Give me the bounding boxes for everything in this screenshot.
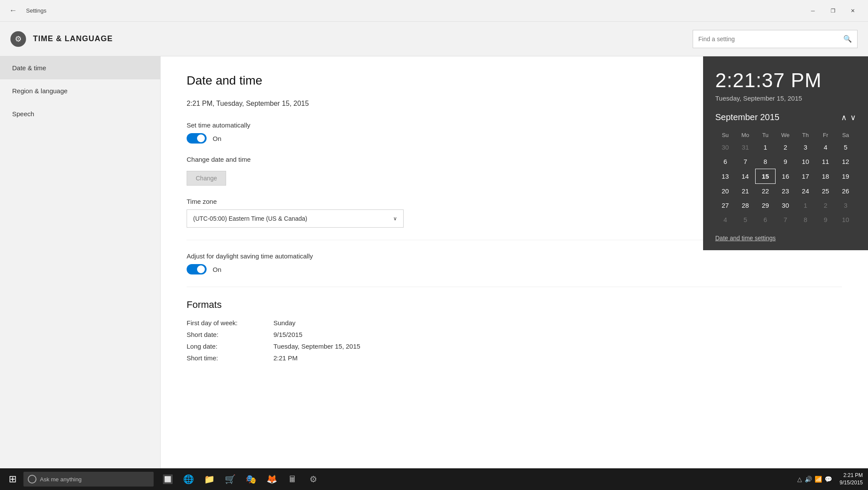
- format-row-0: First day of week: Sunday: [187, 319, 842, 327]
- minimize-button[interactable]: ─: [803, 0, 823, 22]
- taskbar-app-photos[interactable]: 🎭: [240, 468, 261, 490]
- tray-chevron-icon[interactable]: △: [797, 476, 802, 483]
- calendar-day[interactable]: 16: [776, 169, 796, 184]
- calendar-nav: ∧ ∨: [841, 113, 856, 122]
- taskbar-search-text: Ask me anything: [40, 476, 82, 483]
- timezone-value: (UTC-05:00) Eastern Time (US & Canada): [193, 215, 307, 222]
- calendar-day[interactable]: 9: [815, 212, 835, 227]
- calendar-day[interactable]: 11: [815, 154, 835, 169]
- calendar-day[interactable]: 2: [815, 198, 835, 212]
- maximize-button[interactable]: ❐: [823, 0, 843, 22]
- taskbar-clock[interactable]: 2:21 PM 9/15/2015: [836, 472, 866, 487]
- change-button[interactable]: Change: [187, 171, 226, 186]
- calendar-settings-link[interactable]: Date and time settings: [715, 235, 856, 242]
- close-button[interactable]: ✕: [843, 0, 863, 22]
- taskbar-app-settings[interactable]: ⚙: [303, 468, 324, 490]
- calendar-day[interactable]: 1: [796, 198, 815, 212]
- calendar-day[interactable]: 4: [715, 212, 735, 227]
- calendar-day[interactable]: 29: [755, 198, 775, 212]
- taskbar-app-edge[interactable]: 🌐: [178, 468, 199, 490]
- calendar-week-row: 20212223242526: [715, 184, 856, 199]
- calendar-day[interactable]: 4: [815, 140, 835, 154]
- calendar-day[interactable]: 3: [835, 198, 855, 212]
- sidebar-item-date-time[interactable]: Date & time: [0, 56, 160, 79]
- tray-notification-icon[interactable]: 💬: [825, 476, 832, 483]
- calendar-day[interactable]: 18: [815, 169, 835, 184]
- calendar-day[interactable]: 19: [835, 169, 855, 184]
- calendar-grid: Su Mo Tu We Th Fr Sa 3031123456789101112…: [715, 130, 856, 227]
- calendar-day[interactable]: 25: [815, 184, 835, 199]
- calendar-day[interactable]: 5: [735, 212, 755, 227]
- calendar-day[interactable]: 30: [715, 140, 735, 154]
- calendar-prev-button[interactable]: ∧: [841, 113, 847, 122]
- calendar-day[interactable]: 13: [715, 169, 735, 184]
- dst-toggle[interactable]: [187, 264, 207, 274]
- tray-volume-icon[interactable]: 🔊: [805, 476, 812, 483]
- calendar-header: September 2015 ∧ ∨: [715, 112, 856, 122]
- calendar-week-row: 13141516171819: [715, 169, 856, 184]
- calendar-day[interactable]: 22: [755, 184, 775, 199]
- start-button[interactable]: ⊞: [2, 468, 23, 490]
- calendar-day[interactable]: 7: [735, 154, 755, 169]
- sidebar-item-speech[interactable]: Speech: [0, 102, 160, 125]
- timezone-dropdown[interactable]: (UTC-05:00) Eastern Time (US & Canada) ∨: [187, 209, 404, 228]
- format-row-1: Short date: 9/15/2015: [187, 331, 842, 338]
- set-time-auto-toggle[interactable]: [187, 133, 207, 144]
- calendar-day[interactable]: 26: [835, 184, 855, 199]
- calendar-day[interactable]: 3: [796, 140, 815, 154]
- calendar-day[interactable]: 14: [735, 169, 755, 184]
- calendar-day[interactable]: 6: [715, 154, 735, 169]
- sidebar: Date & time Region & language Speech: [0, 56, 161, 490]
- taskbar-app-explorer[interactable]: 📁: [199, 468, 220, 490]
- calendar-day[interactable]: 28: [735, 198, 755, 212]
- calendar-day[interactable]: 27: [715, 198, 735, 212]
- back-button[interactable]: ←: [5, 3, 21, 19]
- calendar-day[interactable]: 8: [755, 154, 775, 169]
- weekday-su: Su: [715, 130, 735, 140]
- formats-group: Formats First day of week: Sunday Short …: [187, 299, 842, 362]
- app-title: TIME & LANGUAGE: [33, 34, 113, 43]
- weekday-tu: Tu: [755, 130, 775, 140]
- taskbar-app-store[interactable]: 🛒: [220, 468, 240, 490]
- calendar-day[interactable]: 5: [835, 140, 855, 154]
- calendar-day[interactable]: 24: [796, 184, 815, 199]
- calendar-day[interactable]: 7: [776, 212, 796, 227]
- calendar-day[interactable]: 31: [735, 140, 755, 154]
- calendar-day[interactable]: 2: [776, 140, 796, 154]
- taskbar-apps: 🔲 🌐 📁 🛒 🎭 🦊 🖩 ⚙: [157, 468, 324, 490]
- taskbar-app-task-view[interactable]: 🔲: [157, 468, 178, 490]
- search-input[interactable]: [698, 36, 843, 42]
- calendar-day[interactable]: 21: [735, 184, 755, 199]
- app-header-left: ⚙ TIME & LANGUAGE: [10, 31, 113, 47]
- calendar-popup: 2:21:37 PM Tuesday, September 15, 2015 S…: [703, 56, 868, 250]
- calendar-day[interactable]: 15: [755, 169, 775, 184]
- taskbar-search[interactable]: Ask me anything: [23, 472, 154, 487]
- dst-label: Adjust for daylight saving time automati…: [187, 252, 842, 260]
- calendar-day[interactable]: 8: [796, 212, 815, 227]
- dst-state: On: [213, 266, 221, 273]
- weekday-th: Th: [796, 130, 815, 140]
- calendar-month-year: September 2015: [715, 112, 779, 122]
- calendar-day[interactable]: 17: [796, 169, 815, 184]
- search-icon[interactable]: 🔍: [843, 35, 852, 43]
- calendar-day[interactable]: 9: [776, 154, 796, 169]
- calendar-day[interactable]: 10: [796, 154, 815, 169]
- clock-time: 2:21:37 PM: [715, 69, 856, 92]
- calendar-day[interactable]: 10: [835, 212, 855, 227]
- titlebar-left: ← Settings: [5, 3, 46, 19]
- calendar-next-button[interactable]: ∨: [850, 113, 856, 122]
- calendar-day[interactable]: 1: [755, 140, 775, 154]
- calendar-day[interactable]: 6: [755, 212, 775, 227]
- calendar-day[interactable]: 30: [776, 198, 796, 212]
- taskbar-app-firefox[interactable]: 🦊: [261, 468, 282, 490]
- sidebar-item-region-language[interactable]: Region & language: [0, 79, 160, 102]
- search-box[interactable]: 🔍: [693, 30, 858, 48]
- weekday-we: We: [776, 130, 796, 140]
- weekday-sa: Sa: [835, 130, 855, 140]
- calendar-day[interactable]: 20: [715, 184, 735, 199]
- calendar-day[interactable]: 12: [835, 154, 855, 169]
- calendar-day[interactable]: 23: [776, 184, 796, 199]
- calendar-week-row: 303112345: [715, 140, 856, 154]
- tray-network-icon[interactable]: 📶: [815, 476, 822, 483]
- taskbar-app-calculator[interactable]: 🖩: [282, 468, 303, 490]
